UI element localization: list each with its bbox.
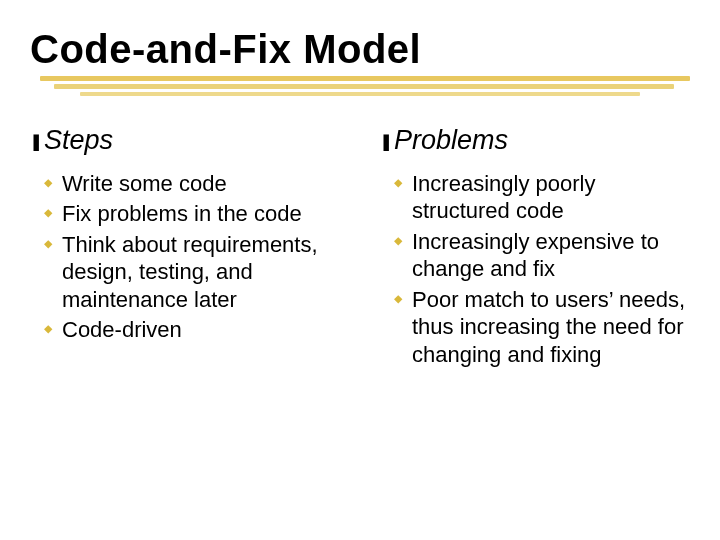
column-problems: ❚Problems ◆Increasingly poorly structure… — [380, 126, 690, 371]
list-steps: ◆Write some code ◆Fix problems in the co… — [30, 170, 340, 344]
list-item-text: Increasingly poorly structured code — [412, 171, 595, 224]
list-item-text: Increasingly expensive to change and fix — [412, 229, 659, 282]
list-item: ◆Poor match to users’ needs, thus increa… — [412, 286, 690, 369]
y-bullet-icon: ◆ — [394, 232, 402, 250]
y-bullet-icon: ◆ — [44, 174, 52, 192]
y-bullet-icon: ◆ — [44, 320, 52, 338]
slide: Code-and-Fix Model ❚Steps ◆Write some co… — [0, 0, 720, 540]
heading-steps: ❚Steps — [30, 126, 340, 156]
y-bullet-icon: ◆ — [44, 204, 52, 222]
list-item: ◆Code-driven — [62, 316, 340, 344]
heading-steps-text: Steps — [44, 125, 113, 155]
list-item: ◆Fix problems in the code — [62, 200, 340, 228]
list-item: ◆Think about requirements, design, testi… — [62, 231, 340, 314]
column-steps: ❚Steps ◆Write some code ◆Fix problems in… — [30, 126, 340, 371]
z-bullet-icon: ❚ — [30, 130, 42, 152]
title-underline — [40, 76, 690, 96]
list-item-text: Poor match to users’ needs, thus increas… — [412, 287, 685, 367]
list-item-text: Fix problems in the code — [62, 201, 302, 226]
y-bullet-icon: ◆ — [44, 235, 52, 253]
z-bullet-icon: ❚ — [380, 130, 392, 152]
y-bullet-icon: ◆ — [394, 174, 402, 192]
list-item: ◆Increasingly expensive to change and fi… — [412, 228, 690, 283]
slide-title: Code-and-Fix Model — [30, 28, 690, 70]
list-item: ◆Increasingly poorly structured code — [412, 170, 690, 225]
y-bullet-icon: ◆ — [394, 290, 402, 308]
list-problems: ◆Increasingly poorly structured code ◆In… — [380, 170, 690, 369]
heading-problems: ❚Problems — [380, 126, 690, 156]
list-item-text: Write some code — [62, 171, 227, 196]
list-item: ◆Write some code — [62, 170, 340, 198]
heading-problems-text: Problems — [394, 125, 508, 155]
list-item-text: Think about requirements, design, testin… — [62, 232, 318, 312]
list-item-text: Code-driven — [62, 317, 182, 342]
columns: ❚Steps ◆Write some code ◆Fix problems in… — [30, 126, 690, 371]
